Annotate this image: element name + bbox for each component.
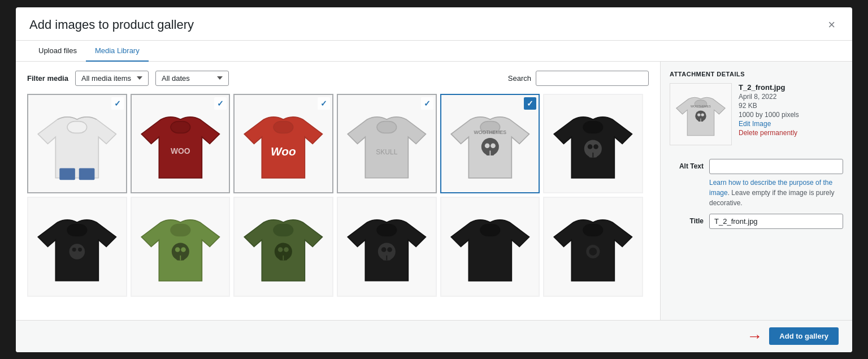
modal-dialog: Add images to product gallery × Upload f… — [16, 7, 852, 352]
check-mark: ✓ — [318, 97, 330, 110]
svg-text:WOO: WOO — [171, 146, 190, 155]
attachment-details-title: ATTACHMENT DETAILS — [661, 62, 852, 83]
filter-label: Filter media — [27, 74, 68, 83]
svg-point-29 — [181, 247, 186, 252]
delete-image-link[interactable]: Delete permanently — [739, 129, 843, 137]
svg-rect-5 — [274, 121, 293, 133]
modal-title: Add images to product gallery — [29, 18, 194, 32]
date-filter[interactable]: All dates — [155, 71, 229, 86]
tabs-container: Upload files Media Library — [16, 41, 852, 62]
media-item[interactable]: ✓ — [27, 94, 127, 194]
attachment-dimensions: 1000 by 1000 pixels — [739, 111, 843, 119]
media-item[interactable] — [27, 197, 127, 297]
modal-header: Add images to product gallery × — [16, 7, 852, 41]
title-input[interactable]: T_2_front.jpg — [709, 214, 843, 229]
title-label: Title — [670, 214, 704, 225]
svg-point-50 — [697, 113, 700, 116]
svg-text:Woo: Woo — [271, 145, 296, 158]
svg-rect-1 — [59, 168, 75, 180]
svg-rect-44 — [480, 224, 500, 236]
svg-point-19 — [594, 144, 599, 149]
alt-text-hint-suffix: . Leave empty if the image is purely dec… — [709, 189, 834, 207]
tab-upload[interactable]: Upload files — [29, 41, 86, 62]
arrow-indicator: → — [747, 327, 762, 345]
check-mark-selected: ✓ — [524, 97, 536, 110]
search-input[interactable] — [536, 71, 649, 86]
modal-overlay: Add images to product gallery × Upload f… — [0, 0, 868, 359]
add-to-gallery-button[interactable]: Add to gallery — [769, 327, 839, 345]
check-mark: ✓ — [214, 97, 227, 110]
media-type-filter[interactable]: All media items — [75, 71, 149, 86]
svg-point-18 — [588, 144, 593, 149]
svg-point-34 — [278, 247, 283, 252]
media-area: Filter media All media items All dates S… — [16, 62, 660, 320]
media-item-selected[interactable]: WOOTHEMES ✓ — [440, 94, 540, 194]
svg-rect-38 — [377, 224, 397, 236]
attachment-filename: T_2_front.jpg — [739, 83, 843, 92]
media-grid-wrapper[interactable]: ✓ WOO ✓ — [27, 94, 649, 311]
arrow-icon: → — [747, 327, 762, 345]
svg-point-40 — [381, 247, 387, 252]
edit-image-link[interactable]: Edit Image — [739, 120, 843, 128]
media-item[interactable] — [233, 197, 333, 297]
alt-text-input[interactable] — [709, 159, 843, 174]
check-mark: ✓ — [111, 97, 124, 110]
filter-row: Filter media All media items All dates S… — [27, 71, 649, 86]
svg-rect-0 — [67, 121, 87, 133]
svg-text:WOOTHEMES: WOOTHEMES — [691, 105, 711, 108]
check-mark: ✓ — [421, 97, 433, 110]
alt-text-label: Alt Text — [670, 159, 704, 170]
attachment-size: 92 KB — [739, 102, 843, 110]
media-item[interactable]: Woo ✓ — [233, 94, 333, 194]
alt-text-hint: Learn how to describe the purpose of the… — [709, 178, 843, 208]
svg-rect-16 — [583, 121, 603, 133]
svg-rect-2 — [79, 168, 95, 180]
svg-text:SKULL: SKULL — [376, 148, 398, 156]
search-label: Search — [508, 74, 531, 83]
svg-point-28 — [175, 247, 180, 252]
svg-rect-32 — [274, 224, 293, 236]
media-item[interactable]: SKULL ✓ — [337, 94, 437, 194]
svg-point-24 — [72, 248, 76, 252]
media-grid: ✓ WOO ✓ — [27, 94, 649, 297]
close-button[interactable]: × — [824, 18, 839, 32]
attachment-thumbnail: WOOTHEMES — [670, 83, 732, 145]
media-item[interactable] — [337, 197, 437, 297]
tab-media-library[interactable]: Media Library — [86, 41, 149, 62]
svg-rect-7 — [377, 121, 397, 133]
search-area: Search — [508, 71, 649, 86]
attachment-meta: T_2_front.jpg April 8, 2022 92 KB 1000 b… — [739, 83, 843, 145]
svg-point-11 — [484, 143, 489, 148]
svg-point-23 — [70, 244, 85, 259]
attachment-fields: Alt Text Learn how to describe the purpo… — [661, 153, 852, 235]
svg-rect-45 — [583, 224, 603, 236]
svg-point-12 — [491, 143, 496, 148]
media-item[interactable] — [543, 197, 643, 297]
media-item[interactable]: WOO ✓ — [131, 94, 231, 194]
modal-body: Filter media All media items All dates S… — [16, 62, 852, 320]
attachment-sidebar: ATTACHMENT DETAILS — [660, 62, 852, 320]
svg-rect-3 — [171, 121, 190, 133]
attachment-preview: WOOTHEMES T_2_front.jpg April 8, 2022 92… — [661, 83, 852, 153]
svg-point-51 — [701, 113, 704, 116]
media-item[interactable] — [543, 94, 643, 194]
svg-point-25 — [78, 248, 82, 252]
svg-point-41 — [387, 247, 392, 252]
modal-footer: → Add to gallery — [16, 320, 852, 352]
svg-rect-26 — [171, 224, 190, 236]
title-row: Title T_2_front.jpg — [670, 214, 843, 229]
svg-rect-22 — [67, 224, 87, 236]
media-item[interactable] — [440, 197, 540, 297]
alt-text-row: Alt Text Learn how to describe the purpo… — [670, 159, 843, 208]
media-item[interactable] — [131, 197, 231, 297]
svg-point-47 — [589, 248, 597, 256]
svg-text:WOOTHEMES: WOOTHEMES — [474, 129, 506, 135]
svg-point-35 — [284, 247, 289, 252]
attachment-date: April 8, 2022 — [739, 93, 843, 101]
